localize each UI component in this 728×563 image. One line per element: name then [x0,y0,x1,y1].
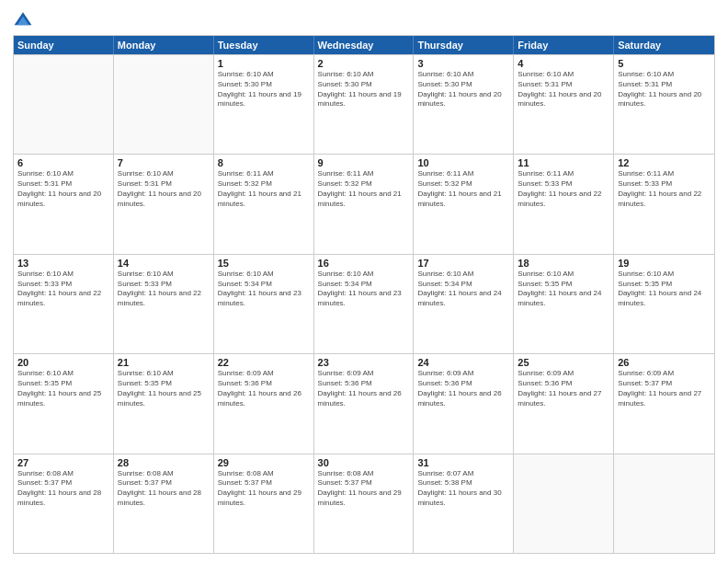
calendar-cell: 22Sunrise: 6:09 AMSunset: 5:36 PMDayligh… [214,354,314,453]
cell-date: 30 [318,457,410,468]
cell-info: Sunrise: 6:08 AMSunset: 5:37 PMDaylight:… [318,469,410,509]
calendar-cell: 5Sunrise: 6:10 AMSunset: 5:31 PMDaylight… [614,55,714,154]
cell-date: 11 [518,157,609,168]
calendar-cell: 27Sunrise: 6:08 AMSunset: 5:37 PMDayligh… [14,454,114,553]
calendar-day-header: Tuesday [214,36,314,54]
cell-info: Sunrise: 6:09 AMSunset: 5:36 PMDaylight:… [218,369,310,408]
cell-date: 25 [518,357,609,368]
cell-info: Sunrise: 6:11 AMSunset: 5:32 PMDaylight:… [417,169,509,209]
calendar-cell: 29Sunrise: 6:08 AMSunset: 5:37 PMDayligh… [214,454,314,553]
cell-info: Sunrise: 6:11 AMSunset: 5:32 PMDaylight:… [318,169,410,209]
calendar-cell: 3Sunrise: 6:10 AMSunset: 5:30 PMDaylight… [414,55,514,154]
cell-info: Sunrise: 6:10 AMSunset: 5:35 PMDaylight:… [618,270,711,309]
calendar-cell: 25Sunrise: 6:09 AMSunset: 5:36 PMDayligh… [514,354,614,453]
cell-date: 9 [318,157,410,168]
calendar-cell: 12Sunrise: 6:11 AMSunset: 5:33 PMDayligh… [614,155,714,253]
cell-date: 26 [618,357,711,368]
cell-date: 21 [118,357,210,368]
cell-date: 24 [417,357,509,368]
cell-info: Sunrise: 6:10 AMSunset: 5:35 PMDaylight:… [518,270,609,309]
cell-date: 15 [218,258,310,269]
calendar-cell [114,55,214,154]
cell-info: Sunrise: 6:10 AMSunset: 5:33 PMDaylight:… [17,270,109,309]
calendar-cell: 15Sunrise: 6:10 AMSunset: 5:34 PMDayligh… [214,255,314,353]
calendar-cell: 30Sunrise: 6:08 AMSunset: 5:37 PMDayligh… [314,454,415,553]
calendar-day-header: Saturday [614,36,714,54]
cell-date: 23 [318,357,410,368]
cell-date: 29 [218,457,310,468]
cell-info: Sunrise: 6:10 AMSunset: 5:31 PMDaylight:… [618,70,711,109]
calendar-cell: 10Sunrise: 6:11 AMSunset: 5:32 PMDayligh… [414,155,514,253]
cell-info: Sunrise: 6:09 AMSunset: 5:36 PMDaylight:… [417,369,509,408]
cell-date: 12 [618,157,711,168]
calendar-day-header: Sunday [14,36,114,54]
cell-date: 3 [417,58,509,69]
calendar-cell [514,454,614,553]
cell-info: Sunrise: 6:10 AMSunset: 5:33 PMDaylight:… [118,270,210,309]
cell-date: 5 [618,58,711,69]
cell-info: Sunrise: 6:08 AMSunset: 5:37 PMDaylight:… [218,469,310,509]
calendar-week: 27Sunrise: 6:08 AMSunset: 5:37 PMDayligh… [14,454,714,553]
cell-date: 31 [417,457,509,468]
cell-info: Sunrise: 6:11 AMSunset: 5:33 PMDaylight:… [618,169,711,209]
calendar-day-header: Wednesday [314,36,415,54]
calendar-cell: 17Sunrise: 6:10 AMSunset: 5:34 PMDayligh… [414,255,514,353]
cell-date: 6 [17,157,109,168]
cell-info: Sunrise: 6:10 AMSunset: 5:31 PMDaylight:… [17,169,109,209]
cell-date: 10 [417,157,509,168]
calendar-cell: 20Sunrise: 6:10 AMSunset: 5:35 PMDayligh… [14,354,114,453]
cell-date: 18 [518,258,609,269]
cell-date: 17 [417,258,509,269]
cell-date: 19 [618,258,711,269]
cell-info: Sunrise: 6:08 AMSunset: 5:37 PMDaylight:… [17,469,109,509]
calendar-cell: 14Sunrise: 6:10 AMSunset: 5:33 PMDayligh… [114,255,214,353]
page: SundayMondayTuesdayWednesdayThursdayFrid… [0,0,728,563]
cell-date: 22 [218,357,310,368]
calendar-week: 20Sunrise: 6:10 AMSunset: 5:35 PMDayligh… [14,353,714,453]
calendar-cell: 31Sunrise: 6:07 AMSunset: 5:38 PMDayligh… [414,454,514,553]
cell-date: 2 [318,58,410,69]
cell-date: 28 [118,457,210,468]
calendar-cell: 13Sunrise: 6:10 AMSunset: 5:33 PMDayligh… [14,255,114,353]
cell-info: Sunrise: 6:10 AMSunset: 5:30 PMDaylight:… [318,70,410,109]
calendar: SundayMondayTuesdayWednesdayThursdayFrid… [13,35,715,554]
calendar-cell: 2Sunrise: 6:10 AMSunset: 5:30 PMDaylight… [314,55,415,154]
cell-date: 1 [218,58,310,69]
cell-info: Sunrise: 6:10 AMSunset: 5:34 PMDaylight:… [318,270,410,309]
calendar-cell: 21Sunrise: 6:10 AMSunset: 5:35 PMDayligh… [114,354,214,453]
calendar-cell [14,55,114,154]
cell-info: Sunrise: 6:10 AMSunset: 5:31 PMDaylight:… [518,70,609,109]
cell-date: 20 [17,357,109,368]
logo [13,9,37,29]
calendar-week: 6Sunrise: 6:10 AMSunset: 5:31 PMDaylight… [14,154,714,253]
calendar-week: 1Sunrise: 6:10 AMSunset: 5:30 PMDaylight… [14,54,714,154]
calendar-cell: 28Sunrise: 6:08 AMSunset: 5:37 PMDayligh… [114,454,214,553]
cell-info: Sunrise: 6:10 AMSunset: 5:31 PMDaylight:… [118,169,210,209]
cell-info: Sunrise: 6:10 AMSunset: 5:30 PMDaylight:… [417,70,509,109]
calendar-day-header: Thursday [414,36,514,54]
cell-date: 14 [118,258,210,269]
calendar-cell: 23Sunrise: 6:09 AMSunset: 5:36 PMDayligh… [314,354,415,453]
cell-info: Sunrise: 6:10 AMSunset: 5:35 PMDaylight:… [118,369,210,408]
cell-date: 7 [118,157,210,168]
calendar-cell: 4Sunrise: 6:10 AMSunset: 5:31 PMDaylight… [514,55,614,154]
calendar-cell [614,454,714,553]
logo-icon [13,9,33,29]
calendar-cell: 7Sunrise: 6:10 AMSunset: 5:31 PMDaylight… [114,155,214,253]
header [13,9,715,29]
cell-info: Sunrise: 6:08 AMSunset: 5:37 PMDaylight:… [118,469,210,509]
cell-info: Sunrise: 6:11 AMSunset: 5:33 PMDaylight:… [518,169,609,209]
calendar-body: 1Sunrise: 6:10 AMSunset: 5:30 PMDaylight… [14,54,714,553]
calendar-cell: 11Sunrise: 6:11 AMSunset: 5:33 PMDayligh… [514,155,614,253]
cell-info: Sunrise: 6:09 AMSunset: 5:36 PMDaylight:… [318,369,410,408]
cell-date: 13 [17,258,109,269]
cell-info: Sunrise: 6:09 AMSunset: 5:36 PMDaylight:… [518,369,609,408]
cell-info: Sunrise: 6:10 AMSunset: 5:34 PMDaylight:… [218,270,310,309]
cell-date: 4 [518,58,609,69]
calendar-header-row: SundayMondayTuesdayWednesdayThursdayFrid… [14,36,714,54]
cell-info: Sunrise: 6:07 AMSunset: 5:38 PMDaylight:… [417,469,509,509]
cell-info: Sunrise: 6:11 AMSunset: 5:32 PMDaylight:… [218,169,310,209]
calendar-day-header: Monday [114,36,214,54]
calendar-cell: 9Sunrise: 6:11 AMSunset: 5:32 PMDaylight… [314,155,415,253]
calendar-cell: 19Sunrise: 6:10 AMSunset: 5:35 PMDayligh… [614,255,714,353]
